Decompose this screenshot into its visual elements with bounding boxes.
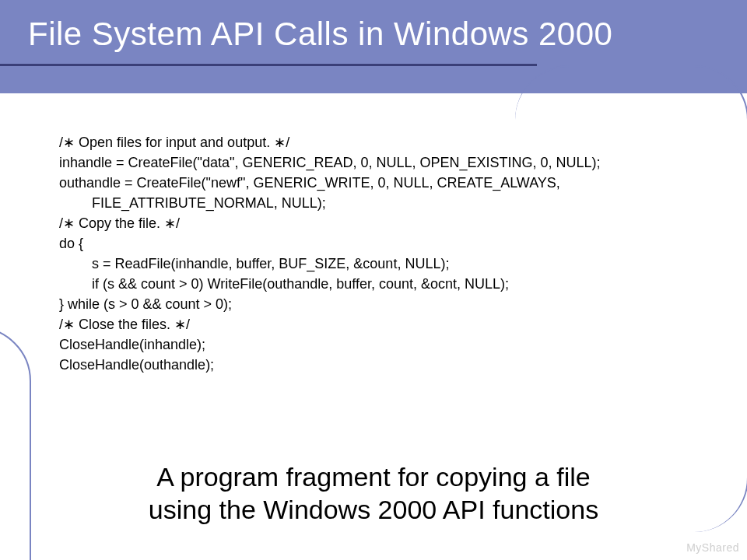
code-line: /∗ Close the files. ∗/: [59, 314, 705, 334]
code-line: /∗ Copy the file. ∗/: [59, 213, 705, 233]
slide: File System API Calls in Windows 2000 /∗…: [0, 0, 747, 560]
code-line: do {: [59, 233, 705, 254]
code-line: if (s && count > 0) WriteFile(outhandle,…: [59, 274, 705, 294]
code-line: } while (s > 0 && count > 0);: [59, 294, 705, 314]
code-line: /∗ Open files for input and output. ∗/: [59, 132, 705, 152]
slide-title: File System API Calls in Windows 2000: [28, 16, 713, 53]
caption-line: using the Windows 2000 API functions: [0, 493, 747, 526]
slide-caption: A program fragment for copying a file us…: [0, 460, 747, 526]
caption-line: A program fragment for copying a file: [0, 460, 747, 493]
code-line: inhandle = CreateFile("data", GENERIC_RE…: [59, 152, 705, 173]
code-block: /∗ Open files for input and output. ∗/ i…: [59, 132, 705, 375]
code-line: FILE_ATTRIBUTE_NORMAL, NULL);: [59, 193, 705, 213]
code-line: s = ReadFile(inhandle, buffer, BUF_SIZE,…: [59, 254, 705, 274]
code-line: outhandle = CreateFile("newf", GENERIC_W…: [59, 173, 705, 193]
watermark: MyShared: [686, 541, 739, 554]
code-line: CloseHandle(outhandle);: [59, 355, 705, 375]
title-underline: [0, 64, 537, 66]
code-line: CloseHandle(inhandle);: [59, 334, 705, 355]
